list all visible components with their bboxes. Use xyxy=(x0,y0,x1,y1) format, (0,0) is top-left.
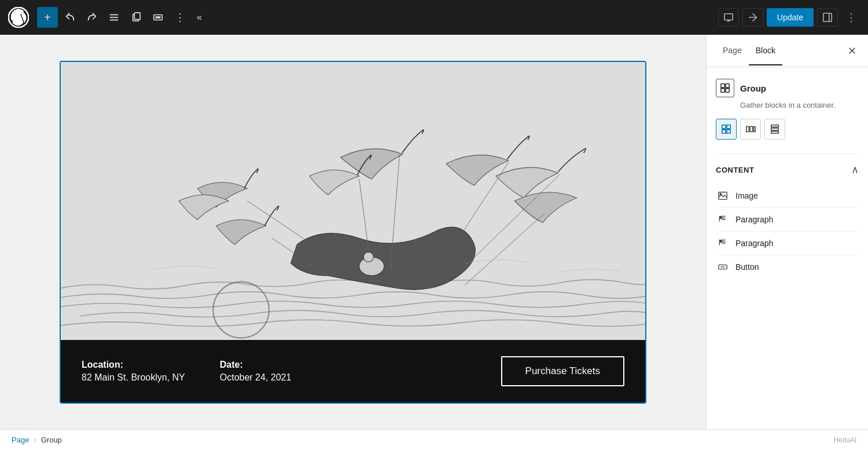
group-layout-stack-button[interactable] xyxy=(764,119,785,140)
undo-button[interactable] xyxy=(60,9,80,26)
content-item-button[interactable]: Button xyxy=(716,255,859,279)
add-block-button[interactable]: + xyxy=(37,7,58,28)
svg-rect-7 xyxy=(156,16,161,19)
sidebar: Page Block ✕ Group xyxy=(706,35,868,429)
sidebar-body: Group Gather blocks in a container. xyxy=(707,67,868,429)
wp-logo xyxy=(7,6,30,29)
location-value: 82 Main St. Brooklyn, NY xyxy=(82,372,185,383)
breadcrumb: Page › Group HedaAl xyxy=(0,429,868,450)
button-block-icon xyxy=(716,260,730,274)
content-section-header: Content ∧ xyxy=(716,163,859,176)
group-layout-row-button[interactable] xyxy=(740,119,761,140)
duplicate-button[interactable] xyxy=(126,9,146,26)
svg-rect-25 xyxy=(746,127,749,132)
breadcrumb-group: Group xyxy=(41,436,62,444)
purchase-tickets-button[interactable]: Purchase Tickets xyxy=(501,356,624,386)
view-site-button[interactable] xyxy=(742,8,763,27)
toggle-sidebar-button[interactable] xyxy=(817,8,838,27)
group-block-icon xyxy=(716,79,734,97)
sidebar-divider xyxy=(716,153,859,154)
svg-rect-20 xyxy=(726,89,729,92)
svg-rect-26 xyxy=(750,127,753,132)
content-item-paragraph-1[interactable]: Paragraph xyxy=(716,208,859,232)
block-icons-row xyxy=(716,119,859,140)
editor-area: Location: 82 Main St. Brooklyn, NY Date:… xyxy=(0,35,706,429)
svg-point-32 xyxy=(720,193,722,195)
image-icon xyxy=(716,189,730,203)
block-type-section: Group Gather blocks in a container. xyxy=(716,79,859,140)
svg-rect-1 xyxy=(110,14,118,16)
tab-page[interactable]: Page xyxy=(716,36,749,65)
list-view-button[interactable] xyxy=(104,9,124,26)
redo-button[interactable] xyxy=(82,9,102,26)
event-card-block[interactable]: Location: 82 Main St. Brooklyn, NY Date:… xyxy=(61,62,645,403)
content-item-button-label: Button xyxy=(735,262,759,272)
svg-rect-29 xyxy=(771,128,779,130)
more-options-button[interactable]: ⋮ xyxy=(170,8,190,27)
content-item-paragraph-2-label: Paragraph xyxy=(735,239,773,248)
svg-rect-22 xyxy=(727,125,730,129)
breadcrumb-page[interactable]: Page xyxy=(12,436,29,444)
paragraph-icon-1 xyxy=(716,213,730,226)
block-type-description: Gather blocks in a container. xyxy=(740,101,859,109)
date-value: October 24, 2021 xyxy=(220,372,292,383)
svg-rect-30 xyxy=(771,131,779,134)
event-date: Date: October 24, 2021 xyxy=(220,360,292,383)
location-label: Location: xyxy=(82,360,185,370)
paragraph-icon-2 xyxy=(716,236,730,250)
svg-rect-8 xyxy=(724,14,733,20)
sidebar-close-button[interactable]: ✕ xyxy=(845,42,859,60)
block-type-header: Group xyxy=(716,79,859,97)
toolbar: + ⋮ « xyxy=(0,0,868,35)
sidebar-header: Page Block ✕ xyxy=(707,35,868,67)
content-item-paragraph-2[interactable]: Paragraph xyxy=(716,232,859,255)
breadcrumb-brand: HedaAl xyxy=(834,436,856,444)
breadcrumb-separator: › xyxy=(34,436,36,444)
date-label: Date: xyxy=(220,360,292,370)
block-type-name: Group xyxy=(740,83,766,93)
content-section-toggle-button[interactable]: ∧ xyxy=(851,163,859,176)
svg-rect-18 xyxy=(726,84,729,87)
svg-rect-28 xyxy=(771,125,779,127)
svg-rect-19 xyxy=(721,89,724,92)
event-info-bar: Location: 82 Main St. Brooklyn, NY Date:… xyxy=(61,340,645,403)
tab-block[interactable]: Block xyxy=(749,36,782,65)
content-item-image-label: Image xyxy=(735,191,758,200)
event-location: Location: 82 Main St. Brooklyn, NY xyxy=(82,360,185,383)
svg-point-16 xyxy=(363,252,373,262)
collapse-button[interactable]: « xyxy=(192,9,207,26)
svg-rect-21 xyxy=(722,125,726,129)
update-button[interactable]: Update xyxy=(767,8,814,27)
svg-rect-11 xyxy=(823,13,832,21)
svg-rect-2 xyxy=(110,17,118,18)
content-items-list: Image Paragraph xyxy=(716,184,859,279)
group-layout-group-button[interactable] xyxy=(716,119,737,140)
svg-rect-27 xyxy=(753,127,755,132)
svg-rect-3 xyxy=(110,20,118,21)
svg-rect-23 xyxy=(722,130,726,133)
content-item-image[interactable]: Image xyxy=(716,184,859,208)
svg-rect-24 xyxy=(727,130,730,133)
svg-rect-5 xyxy=(134,13,140,20)
event-image xyxy=(61,62,645,340)
svg-rect-17 xyxy=(721,84,724,87)
content-item-paragraph-1-label: Paragraph xyxy=(735,215,773,224)
toolbar-right: Update ⋮ xyxy=(718,8,861,27)
content-section-title: Content xyxy=(716,166,754,174)
more-menu-button[interactable]: ⋮ xyxy=(841,8,861,27)
main-area: Location: 82 Main St. Brooklyn, NY Date:… xyxy=(0,35,868,429)
block-toolbar-button[interactable] xyxy=(148,9,168,26)
preview-desktop-button[interactable] xyxy=(718,8,739,27)
